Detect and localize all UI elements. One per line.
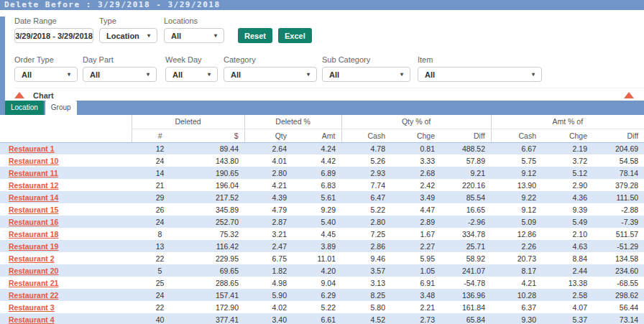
value-cell: 5.95 [391,252,441,264]
table-row: Restaurant 1221196.044.216.837.742.42220… [0,179,644,191]
value-cell: 2.68 [391,167,441,179]
value-cell: 217.52 [188,191,244,203]
restaurant-link[interactable]: Restaurant 21 [9,279,58,287]
restaurant-link[interactable]: Restaurant 20 [9,267,58,275]
group-header-qty-pct-of: Qty % of [341,115,491,129]
value-cell: 2.47 [244,240,293,252]
table-row: Restaurant 1624252.702.875.402.802.89-2.… [0,216,644,228]
value-cell: 2.21 [391,301,441,313]
value-cell: 3.21 [244,228,293,240]
value-cell: 2.42 [391,179,441,191]
value-cell: 11.01 [293,252,341,264]
value-cell: 4.07 [542,301,593,313]
table-row: Restaurant 1526345.894.799.295.224.4716.… [0,203,644,216]
value-cell: 252.70 [188,216,244,228]
sub-category-label: Sub Category [322,55,410,64]
restaurant-link[interactable]: Restaurant 3 [9,303,55,312]
value-cell: 13 [132,240,188,252]
restaurant-link[interactable]: Restaurant 16 [9,218,58,226]
value-cell: 2.73 [391,313,441,324]
collapse-triangle-icon[interactable] [14,92,24,98]
restaurant-link[interactable]: Restaurant 1 [9,144,55,153]
value-cell: 5.22 [341,203,391,216]
value-cell: 8.17 [491,264,542,277]
column-header: Diff [593,129,644,142]
column-header: Chge [542,129,593,142]
week-day-select[interactable]: All ▾ [165,67,218,82]
report-table: Deleted Deleted % Qty % of Amt % of #$Qt… [0,115,644,324]
value-cell: 5.09 [491,216,542,228]
value-cell: 0.81 [391,142,441,154]
tab-location[interactable]: Location [5,101,44,115]
locations-select[interactable]: All ▾ [164,28,224,43]
value-cell: 9.21 [441,167,491,179]
excel-button[interactable]: Excel [278,28,312,43]
restaurant-name-cell: Restaurant 2 [0,252,132,264]
order-type-select-value: All [22,70,32,79]
restaurant-name-cell: Restaurant 21 [0,277,132,289]
value-cell: 40 [132,313,188,324]
value-cell: 3.48 [391,289,441,301]
restaurant-link[interactable]: Restaurant 11 [9,169,58,177]
value-cell: 25 [132,277,188,289]
tab-group[interactable]: Group [45,101,77,115]
order-type-select[interactable]: All ▾ [14,67,78,82]
value-cell: 161.84 [441,301,491,313]
value-cell: -2.96 [441,216,491,228]
collapse-triangle-right-icon[interactable] [624,92,634,98]
value-cell: 7.74 [341,179,391,191]
week-day-field: Week Day All ▾ [165,55,218,82]
date-range-field: Date Range [14,17,93,43]
date-range-input[interactable] [14,28,93,43]
table-row: Restaurant 1114190.652.806.892.932.689.2… [0,167,644,179]
item-select-value: All [425,70,435,79]
value-cell: 5.22 [293,301,341,313]
value-cell: 6.29 [293,289,341,301]
value-cell: 3.72 [542,154,593,167]
name-column-header [0,115,132,142]
value-cell: 5.40 [293,216,341,228]
type-select-value: Location [106,32,139,40]
table-row: Restaurant 1913116.422.473.892.862.2725.… [0,240,644,252]
item-select[interactable]: All ▾ [418,67,542,82]
sub-category-select[interactable]: All ▾ [322,67,410,82]
value-cell: 116.42 [188,240,244,252]
restaurant-link[interactable]: Restaurant 22 [9,291,58,300]
column-header: $ [188,129,244,142]
reset-button[interactable]: Reset [238,28,272,43]
value-cell: 2.26 [491,240,542,252]
chevron-down-icon: ▾ [147,32,150,39]
restaurant-link[interactable]: Restaurant 12 [9,181,58,190]
value-cell: 2.27 [391,240,441,252]
value-cell: 6.83 [293,179,341,191]
value-cell: 204.69 [593,142,644,154]
value-cell: 4.78 [341,142,391,154]
value-cell: 5.90 [244,289,293,301]
restaurant-link[interactable]: Restaurant 14 [9,193,58,202]
restaurant-link[interactable]: Restaurant 10 [9,157,58,165]
table-group-header-row: Deleted Deleted % Qty % of Amt % of [0,115,644,129]
type-field: Type Location ▾ [99,17,157,43]
value-cell: 14 [132,167,188,179]
value-cell: 22 [132,301,188,313]
value-cell: 220.16 [441,179,491,191]
type-select[interactable]: Location ▾ [99,28,157,43]
category-select[interactable]: All ▾ [224,67,317,82]
column-header: Amt [293,129,341,142]
value-cell: 288.65 [188,277,244,289]
restaurant-link[interactable]: Restaurant 18 [9,230,58,239]
value-cell: 241.07 [441,264,491,277]
restaurant-link[interactable]: Restaurant 2 [9,254,55,263]
value-cell: 111.50 [593,191,644,203]
restaurant-link[interactable]: Restaurant 4 [9,315,55,324]
restaurant-link[interactable]: Restaurant 19 [9,242,58,251]
value-cell: 196.04 [188,179,244,191]
category-select-value: All [231,70,241,79]
value-cell: 56.44 [593,301,644,313]
week-day-select-value: All [172,70,183,79]
restaurant-link[interactable]: Restaurant 15 [9,205,58,214]
title-bar: Delete Before : 3/29/2018 - 3/29/2018 [0,0,644,10]
value-cell: 172.90 [188,301,244,313]
value-cell: 24 [132,289,188,301]
day-part-select[interactable]: All ▾ [83,67,157,82]
